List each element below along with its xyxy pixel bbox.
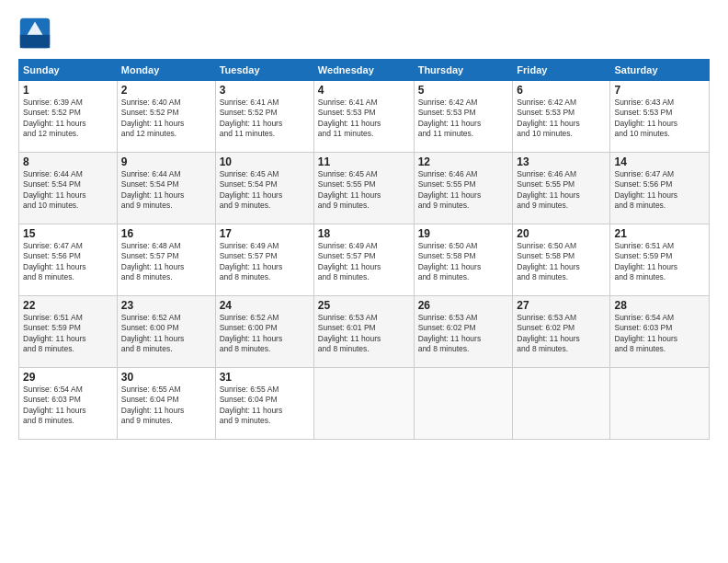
day-number: 20 <box>517 227 606 240</box>
day-cell <box>610 368 710 440</box>
day-cell: 24Sunrise: 6:52 AM Sunset: 6:00 PM Dayli… <box>215 296 313 368</box>
day-info: Sunrise: 6:42 AM Sunset: 5:53 PM Dayligh… <box>517 98 606 140</box>
day-number: 28 <box>614 299 705 312</box>
day-number: 17 <box>220 227 310 240</box>
week-row-4: 22Sunrise: 6:51 AM Sunset: 5:59 PM Dayli… <box>19 296 710 368</box>
day-cell: 3Sunrise: 6:41 AM Sunset: 5:52 PM Daylig… <box>215 81 313 153</box>
day-number: 26 <box>418 299 509 312</box>
day-cell: 29Sunrise: 6:54 AM Sunset: 6:03 PM Dayli… <box>19 368 118 440</box>
day-number: 21 <box>614 227 705 240</box>
day-cell: 11Sunrise: 6:45 AM Sunset: 5:55 PM Dayli… <box>313 153 414 224</box>
day-info: Sunrise: 6:51 AM Sunset: 5:59 PM Dayligh… <box>23 313 113 355</box>
day-number: 14 <box>614 155 705 168</box>
day-info: Sunrise: 6:44 AM Sunset: 5:54 PM Dayligh… <box>121 169 211 212</box>
day-cell: 28Sunrise: 6:54 AM Sunset: 6:03 PM Dayli… <box>610 296 710 368</box>
day-info: Sunrise: 6:47 AM Sunset: 5:56 PM Dayligh… <box>23 241 113 283</box>
day-cell: 15Sunrise: 6:47 AM Sunset: 5:56 PM Dayli… <box>19 224 118 296</box>
day-cell: 6Sunrise: 6:42 AM Sunset: 5:53 PM Daylig… <box>513 81 610 153</box>
day-cell: 14Sunrise: 6:47 AM Sunset: 5:56 PM Dayli… <box>610 153 710 224</box>
day-number: 29 <box>23 371 113 384</box>
day-info: Sunrise: 6:43 AM Sunset: 5:53 PM Dayligh… <box>614 98 705 140</box>
day-cell: 20Sunrise: 6:50 AM Sunset: 5:58 PM Dayli… <box>513 224 610 296</box>
day-number: 2 <box>121 84 211 97</box>
day-number: 1 <box>23 84 113 97</box>
day-info: Sunrise: 6:52 AM Sunset: 6:00 PM Dayligh… <box>220 313 310 355</box>
week-row-3: 15Sunrise: 6:47 AM Sunset: 5:56 PM Dayli… <box>19 224 710 296</box>
day-info: Sunrise: 6:53 AM Sunset: 6:01 PM Dayligh… <box>318 313 410 355</box>
day-number: 13 <box>517 155 606 168</box>
header-cell-saturday: Saturday <box>610 60 710 81</box>
day-cell: 10Sunrise: 6:45 AM Sunset: 5:54 PM Dayli… <box>215 153 313 224</box>
day-number: 25 <box>318 299 410 312</box>
day-cell: 8Sunrise: 6:44 AM Sunset: 5:54 PM Daylig… <box>19 153 118 224</box>
day-info: Sunrise: 6:40 AM Sunset: 5:52 PM Dayligh… <box>121 98 211 140</box>
day-number: 5 <box>418 84 509 97</box>
page: SundayMondayTuesdayWednesdayThursdayFrid… <box>0 0 728 563</box>
svg-rect-2 <box>20 35 50 48</box>
day-number: 24 <box>220 299 310 312</box>
day-number: 22 <box>23 299 113 312</box>
day-cell: 17Sunrise: 6:49 AM Sunset: 5:57 PM Dayli… <box>215 224 313 296</box>
day-cell: 16Sunrise: 6:48 AM Sunset: 5:57 PM Dayli… <box>117 224 215 296</box>
day-number: 9 <box>121 155 211 168</box>
day-info: Sunrise: 6:46 AM Sunset: 5:55 PM Dayligh… <box>517 169 606 212</box>
header-row: SundayMondayTuesdayWednesdayThursdayFrid… <box>19 60 710 81</box>
day-cell: 5Sunrise: 6:42 AM Sunset: 5:53 PM Daylig… <box>414 81 513 153</box>
day-info: Sunrise: 6:46 AM Sunset: 5:55 PM Dayligh… <box>418 169 509 212</box>
day-number: 4 <box>318 84 410 97</box>
day-info: Sunrise: 6:45 AM Sunset: 5:55 PM Dayligh… <box>318 169 410 212</box>
day-number: 12 <box>418 155 509 168</box>
day-cell: 9Sunrise: 6:44 AM Sunset: 5:54 PM Daylig… <box>117 153 215 224</box>
day-number: 18 <box>318 227 410 240</box>
calendar-table: SundayMondayTuesdayWednesdayThursdayFrid… <box>18 59 710 440</box>
day-cell: 21Sunrise: 6:51 AM Sunset: 5:59 PM Dayli… <box>610 224 710 296</box>
day-cell: 19Sunrise: 6:50 AM Sunset: 5:58 PM Dayli… <box>414 224 513 296</box>
day-cell: 23Sunrise: 6:52 AM Sunset: 6:00 PM Dayli… <box>117 296 215 368</box>
day-number: 30 <box>121 371 211 384</box>
day-number: 19 <box>418 227 509 240</box>
day-info: Sunrise: 6:42 AM Sunset: 5:53 PM Dayligh… <box>418 98 509 140</box>
week-row-2: 8Sunrise: 6:44 AM Sunset: 5:54 PM Daylig… <box>19 153 710 224</box>
day-info: Sunrise: 6:55 AM Sunset: 6:04 PM Dayligh… <box>121 385 211 427</box>
day-cell <box>313 368 414 440</box>
day-cell: 13Sunrise: 6:46 AM Sunset: 5:55 PM Dayli… <box>513 153 610 224</box>
day-info: Sunrise: 6:53 AM Sunset: 6:02 PM Dayligh… <box>517 313 606 355</box>
day-number: 16 <box>121 227 211 240</box>
logo-icon <box>18 17 51 50</box>
day-number: 11 <box>318 155 410 168</box>
day-cell: 7Sunrise: 6:43 AM Sunset: 5:53 PM Daylig… <box>610 81 710 153</box>
day-number: 27 <box>517 299 606 312</box>
day-info: Sunrise: 6:45 AM Sunset: 5:54 PM Dayligh… <box>220 169 310 212</box>
header <box>18 17 710 50</box>
day-cell: 4Sunrise: 6:41 AM Sunset: 5:53 PM Daylig… <box>313 81 414 153</box>
day-number: 6 <box>517 84 606 97</box>
day-info: Sunrise: 6:55 AM Sunset: 6:04 PM Dayligh… <box>220 385 310 427</box>
header-cell-friday: Friday <box>513 60 610 81</box>
day-info: Sunrise: 6:54 AM Sunset: 6:03 PM Dayligh… <box>23 385 113 427</box>
day-number: 7 <box>614 84 705 97</box>
day-cell: 12Sunrise: 6:46 AM Sunset: 5:55 PM Dayli… <box>414 153 513 224</box>
day-info: Sunrise: 6:41 AM Sunset: 5:52 PM Dayligh… <box>220 98 310 140</box>
day-cell: 25Sunrise: 6:53 AM Sunset: 6:01 PM Dayli… <box>313 296 414 368</box>
day-cell: 31Sunrise: 6:55 AM Sunset: 6:04 PM Dayli… <box>215 368 313 440</box>
day-number: 10 <box>220 155 310 168</box>
logo <box>18 17 55 50</box>
day-cell <box>513 368 610 440</box>
day-info: Sunrise: 6:50 AM Sunset: 5:58 PM Dayligh… <box>418 241 509 283</box>
day-info: Sunrise: 6:48 AM Sunset: 5:57 PM Dayligh… <box>121 241 211 283</box>
header-cell-tuesday: Tuesday <box>215 60 313 81</box>
day-number: 23 <box>121 299 211 312</box>
header-cell-monday: Monday <box>117 60 215 81</box>
week-row-5: 29Sunrise: 6:54 AM Sunset: 6:03 PM Dayli… <box>19 368 710 440</box>
header-cell-wednesday: Wednesday <box>313 60 414 81</box>
day-cell: 2Sunrise: 6:40 AM Sunset: 5:52 PM Daylig… <box>117 81 215 153</box>
day-number: 8 <box>23 155 113 168</box>
day-info: Sunrise: 6:54 AM Sunset: 6:03 PM Dayligh… <box>614 313 705 355</box>
day-cell: 22Sunrise: 6:51 AM Sunset: 5:59 PM Dayli… <box>19 296 118 368</box>
header-cell-thursday: Thursday <box>414 60 513 81</box>
day-info: Sunrise: 6:50 AM Sunset: 5:58 PM Dayligh… <box>517 241 606 283</box>
day-number: 3 <box>220 84 310 97</box>
day-info: Sunrise: 6:41 AM Sunset: 5:53 PM Dayligh… <box>318 98 410 140</box>
day-cell <box>414 368 513 440</box>
day-number: 31 <box>220 371 310 384</box>
